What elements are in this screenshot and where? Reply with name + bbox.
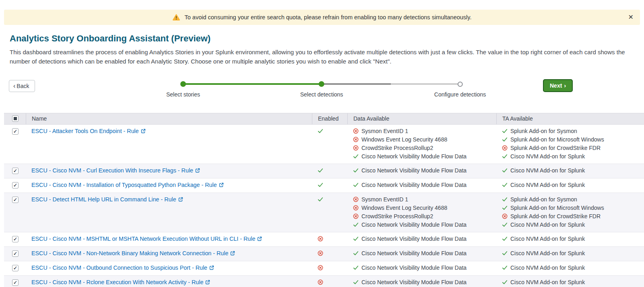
row-checkbox[interactable]: ✓: [12, 265, 19, 271]
ta-available-item: Cisco NVM Add-on for Splunk: [502, 152, 644, 161]
check-icon: [502, 197, 508, 202]
check-icon: [318, 128, 323, 134]
status-label: Splunk Add-on for Microsoft Windows: [510, 204, 604, 212]
data-available-item: Cisco Network Visibility Module Flow Dat…: [353, 278, 496, 287]
check-icon: [502, 279, 508, 285]
story-link[interactable]: ESCU - Attacker Tools On Endpoint - Rule: [31, 128, 146, 134]
external-link-icon: [178, 196, 183, 204]
data-available-item: Cisco Network Visibility Module Flow Dat…: [353, 166, 496, 175]
external-link-icon: [219, 181, 224, 190]
story-link[interactable]: ESCU - Cisco NVM - Installation of Typos…: [31, 182, 224, 188]
ta-available-item: Splunk Add-on for Microsoft Windows: [502, 204, 644, 212]
data-available-cell: Cisco Network Visibility Module Flow Dat…: [347, 235, 496, 244]
check-icon: [318, 197, 323, 202]
enabled-status: [312, 166, 347, 175]
close-icon[interactable]: ✕: [627, 13, 634, 21]
story-link[interactable]: ESCU - Cisco NVM - Outbound Connection t…: [31, 264, 214, 271]
enabled-status: [312, 249, 347, 258]
ta-available-cell: Cisco NVM Add-on for Splunk: [496, 181, 644, 190]
step-dot: [319, 81, 324, 87]
check-icon: [502, 222, 508, 228]
status-label: Cisco Network Visibility Module Flow Dat…: [361, 221, 466, 229]
table-row: ✓ESCU - Attacker Tools On Endpoint - Rul…: [4, 125, 644, 164]
status-label: Splunk Add-on for CrowdStrike FDR: [510, 212, 601, 221]
story-link[interactable]: ESCU - Cisco NVM - Curl Execution With I…: [31, 167, 200, 174]
status-label: Cisco NVM Add-on for Splunk: [510, 166, 585, 175]
status-label: Splunk Add-on for CrowdStrike FDR: [510, 144, 601, 152]
check-icon: [502, 137, 508, 142]
select-all-checkbox[interactable]: [12, 115, 19, 122]
ta-available-item: Cisco NVM Add-on for Splunk: [502, 249, 644, 258]
check-icon: [353, 154, 359, 159]
data-available-item: Cisco Network Visibility Module Flow Dat…: [353, 181, 496, 189]
ta-available-cell: Cisco NVM Add-on for Splunk: [496, 249, 644, 258]
enabled-status: [312, 278, 347, 287]
status-label: Cisco NVM Add-on for Splunk: [510, 278, 585, 287]
data-available-item: Sysmon EventID 1: [353, 127, 496, 135]
status-label: Windows Event Log Security 4688: [361, 204, 447, 212]
row-checkbox[interactable]: ✓: [12, 279, 19, 286]
next-button[interactable]: Next ›: [543, 79, 573, 92]
check-icon: [353, 182, 359, 188]
data-available-item: Cisco Network Visibility Module Flow Dat…: [353, 221, 496, 229]
banner-text: To avoid consuming your entire search qu…: [184, 14, 471, 20]
row-checkbox[interactable]: ✓: [12, 197, 19, 203]
status-label: Cisco Network Visibility Module Flow Dat…: [361, 166, 466, 175]
status-label: Cisco Network Visibility Module Flow Dat…: [361, 264, 466, 272]
ta-available-item: Splunk Add-on for CrowdStrike FDR: [502, 144, 644, 152]
ta-available-item: Cisco NVM Add-on for Splunk: [502, 235, 644, 243]
row-checkbox[interactable]: ✓: [12, 236, 19, 242]
status-label: Splunk Add-on for Sysmon: [510, 195, 577, 204]
warning-icon: [172, 14, 180, 21]
status-label: Sysmon EventID 1: [361, 127, 408, 135]
status-label: Cisco NVM Add-on for Splunk: [510, 181, 585, 189]
circled-x-icon: [353, 137, 359, 142]
check-icon: [353, 279, 359, 285]
data-available-cell: Cisco Network Visibility Module Flow Dat…: [347, 264, 496, 273]
column-header-enabled: Enabled: [312, 113, 347, 124]
circled-x-icon: [353, 128, 359, 134]
row-checkbox[interactable]: ✓: [12, 168, 19, 174]
column-header-ta-available: TA Available: [496, 113, 644, 124]
status-label: Splunk Add-on for Sysmon: [510, 127, 577, 135]
ta-available-item: Splunk Add-on for Sysmon: [502, 195, 644, 204]
story-link[interactable]: ESCU - Cisco NVM - Non-Network Binary Ma…: [31, 250, 235, 256]
ta-available-item: Cisco NVM Add-on for Splunk: [502, 181, 644, 189]
data-available-cell: Cisco Network Visibility Module Flow Dat…: [347, 166, 496, 175]
check-icon: [318, 168, 323, 173]
enabled-status: [312, 127, 347, 161]
story-link[interactable]: ESCU - Detect HTML Help URL in Command L…: [31, 196, 183, 203]
row-checkbox[interactable]: ✓: [12, 128, 19, 135]
check-icon: [353, 265, 359, 271]
status-label: Splunk Add-on for Microsoft Windows: [510, 135, 604, 144]
status-label: Cisco Network Visibility Module Flow Dat…: [361, 278, 466, 287]
data-available-item: CrowdStrike ProcessRollup2: [353, 212, 496, 221]
row-checkbox[interactable]: ✓: [12, 182, 19, 189]
status-label: CrowdStrike ProcessRollup2: [361, 212, 433, 221]
warning-banner: To avoid consuming your entire search qu…: [4, 10, 640, 25]
status-label: Cisco NVM Add-on for Splunk: [510, 249, 585, 258]
row-checkbox[interactable]: ✓: [12, 250, 19, 257]
external-link-icon: [205, 279, 210, 287]
table-row: ✓ESCU - Cisco NVM - Rclone Execution Wit…: [4, 275, 644, 287]
step-label: Select stories: [166, 91, 200, 98]
story-link[interactable]: ESCU - Cisco NVM - MSHTML or MSHTA Netwo…: [31, 236, 262, 242]
data-available-item: Cisco Network Visibility Module Flow Dat…: [353, 235, 496, 243]
status-label: Cisco NVM Add-on for Splunk: [510, 221, 585, 229]
check-icon: [353, 168, 359, 173]
story-link[interactable]: ESCU - Cisco NVM - Rclone Execution With…: [31, 279, 210, 285]
external-link-icon: [257, 235, 262, 244]
ta-available-item: Splunk Add-on for CrowdStrike FDR: [502, 212, 644, 221]
ta-available-item: Cisco NVM Add-on for Splunk: [502, 166, 644, 175]
status-label: Cisco NVM Add-on for Splunk: [510, 235, 585, 243]
stepper-track: Select stories Select detections Configu…: [183, 83, 460, 85]
status-label: Cisco Network Visibility Module Flow Dat…: [361, 181, 466, 189]
back-button[interactable]: ‹ Back: [9, 80, 35, 92]
table-body: ✓ESCU - Attacker Tools On Endpoint - Rul…: [4, 125, 644, 287]
check-icon: [353, 236, 359, 242]
status-label: Cisco Network Visibility Module Flow Dat…: [361, 152, 466, 161]
data-available-cell: Cisco Network Visibility Module Flow Dat…: [347, 249, 496, 258]
ta-available-item: Splunk Add-on for Sysmon: [502, 127, 644, 135]
data-available-item: Sysmon EventID 1: [353, 195, 496, 204]
check-icon: [502, 250, 508, 256]
